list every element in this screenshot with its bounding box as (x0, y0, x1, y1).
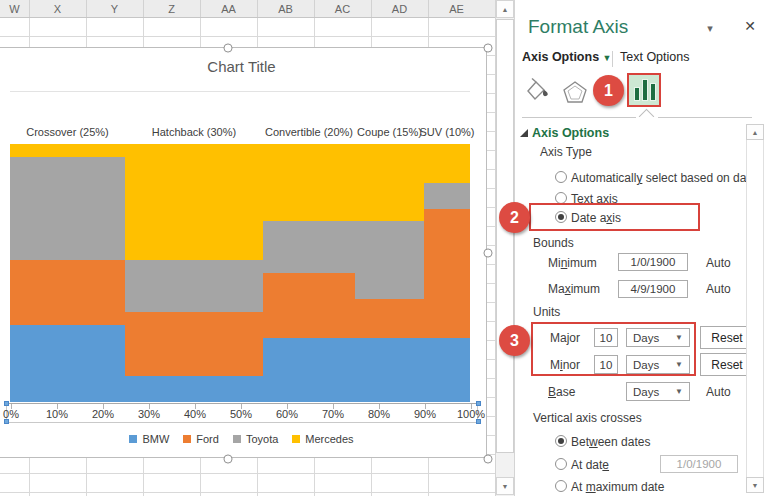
area-segment-bmw (355, 338, 424, 403)
annotation-step-1-number: 1 (604, 82, 613, 100)
area-segment-mercedes (263, 144, 355, 221)
minimum-auto-label: Auto (706, 256, 731, 270)
category-label: Convertible (20%) (265, 126, 353, 138)
annotation-step-3: 3 (499, 325, 530, 356)
pane-scrollbar[interactable] (746, 140, 764, 477)
category-label: Crossover (25%) (26, 126, 109, 138)
radio-at-date-label[interactable]: At date (571, 458, 609, 472)
axis-tick-label: 70% (322, 408, 344, 420)
legend-item-ford[interactable]: Ford (183, 433, 219, 445)
bar-chart-icon (634, 79, 656, 101)
selection-handle-bottom-center[interactable] (224, 455, 233, 464)
area-segment-mercedes (10, 144, 125, 157)
axis-options-chart-icon[interactable] (627, 73, 661, 107)
base-unit-dropdown[interactable]: Days ▼ (626, 382, 690, 401)
legend-swatch (183, 435, 191, 443)
radio-between-dates-label[interactable]: Between dates (571, 435, 650, 449)
axis-selection-handle (476, 401, 481, 406)
column-header-AB[interactable]: AB (257, 0, 314, 17)
column-header-Z[interactable]: Z (143, 0, 200, 17)
area-segment-ford (355, 299, 424, 338)
area-segment-toyota (125, 260, 263, 312)
column-header-Y[interactable]: Y (86, 0, 143, 17)
legend-item-mercedes[interactable]: Mercedes (292, 433, 353, 445)
area-segment-toyota (355, 221, 424, 298)
area-segment-ford (424, 209, 470, 338)
maximum-auto-label: Auto (706, 282, 731, 296)
column-header-AE[interactable]: AE (428, 0, 485, 17)
fill-line-bucket-icon[interactable] (522, 77, 550, 105)
column-header-X[interactable]: X (29, 0, 86, 17)
pane-scroll-up-icon: ▲ (752, 129, 759, 136)
scroll-up-icon: ▲ (502, 6, 509, 13)
column-header-row[interactable]: WXYZAAABACADAE (0, 0, 495, 18)
tab-text-options[interactable]: Text Options (620, 50, 689, 64)
maximum-input[interactable]: 4/9/1900 (618, 280, 688, 298)
radio-at-maximum-date-label[interactable]: At maximum date (571, 480, 664, 494)
radio-at-maximum-date[interactable] (555, 480, 567, 492)
category-labels: Crossover (25%)Hatchback (30%)Convertibl… (0, 126, 488, 140)
column-header-AA[interactable]: AA (200, 0, 257, 17)
tab-text-options-label: Text Options (620, 50, 689, 64)
scroll-up-button[interactable]: ▲ (496, 0, 514, 18)
axis-tick-label: 80% (368, 408, 390, 420)
area-segment-bmw (263, 338, 355, 403)
area-segment-ford (125, 312, 263, 377)
axis-tick-label: 90% (414, 408, 436, 420)
axis-selection-handle (4, 401, 9, 406)
chart[interactable]: Chart Title Crossover (25%)Hatchback (30… (0, 47, 487, 458)
pane-scroll-down-button[interactable]: ▼ (746, 477, 764, 493)
legend-label: BMW (142, 433, 169, 445)
plot-area[interactable] (10, 144, 470, 402)
selection-handle-top-right[interactable] (484, 44, 493, 53)
legend-swatch (292, 435, 300, 443)
selection-handle-mid-right[interactable] (484, 249, 493, 258)
units-label: Units (533, 305, 560, 319)
base-unit-value: Days (633, 386, 659, 398)
scroll-down-button[interactable]: ▼ (496, 477, 514, 495)
axis-tick-label: 50% (230, 408, 252, 420)
area-segment-mercedes (355, 144, 424, 221)
column-header-W[interactable]: W (0, 0, 29, 17)
chart-title[interactable]: Chart Title (0, 58, 486, 75)
tab-axis-options[interactable]: Axis Options ▼ (522, 50, 612, 64)
legend-swatch (129, 435, 137, 443)
area-segment-toyota (263, 221, 355, 273)
radio-at-date[interactable] (555, 458, 567, 470)
pane-dropdown-icon[interactable]: ▾ (702, 22, 718, 35)
selection-handle-top-center[interactable] (224, 44, 233, 53)
legend-item-toyota[interactable]: Toyota (233, 433, 278, 445)
area-segment-ford (263, 273, 355, 338)
at-date-input[interactable]: 1/0/1900 (660, 455, 738, 473)
section-axis-options[interactable]: Axis Options (532, 126, 609, 140)
selection-handle-bottom-right[interactable] (484, 455, 493, 464)
radio-auto-select-label[interactable]: Automatically select based on data (571, 171, 756, 185)
column-header-AC[interactable]: AC (314, 0, 371, 17)
horizontal-axis-selected[interactable]: 0%10%20%30%40%50%60%70%80%90%100% (6, 403, 478, 423)
radio-between-dates[interactable] (555, 435, 567, 447)
tab-axis-options-label: Axis Options (522, 50, 599, 64)
legend-item-bmw[interactable]: BMW (129, 433, 169, 445)
radio-auto-select[interactable] (555, 171, 567, 183)
close-icon[interactable]: ✕ (742, 18, 758, 34)
tab-axis-options-caret-icon: ▼ (603, 53, 612, 63)
section-collapse-icon[interactable] (520, 129, 528, 137)
sheet-vertical-scrollbar[interactable]: ▲ ▼ (495, 0, 515, 496)
axis-tick-label: 10% (46, 408, 68, 420)
axis-selection-handle (476, 419, 481, 424)
chart-legend[interactable]: BMWFordToyotaMercedes (0, 432, 486, 446)
excel-window: WXYZAAABACADAE Chart Title Crossover (25… (0, 0, 768, 496)
pane-scroll-down-icon: ▼ (752, 482, 759, 489)
effects-pentagon-icon[interactable] (562, 79, 588, 105)
pane-scroll-up-button[interactable]: ▲ (746, 124, 764, 140)
axis-type-label: Axis Type (540, 145, 592, 159)
column-header-AD[interactable]: AD (371, 0, 428, 17)
axis-tick-label: 40% (184, 408, 206, 420)
axis-selection-handle (4, 419, 9, 424)
tab-separator (612, 51, 613, 67)
annotation-step-3-number: 3 (510, 332, 519, 350)
scrollbar-thumb[interactable] (496, 19, 514, 453)
minimum-input[interactable]: 1/0/1900 (618, 253, 688, 271)
vertical-axis-crosses-label: Vertical axis crosses (533, 411, 642, 425)
area-segment-bmw (424, 338, 470, 403)
